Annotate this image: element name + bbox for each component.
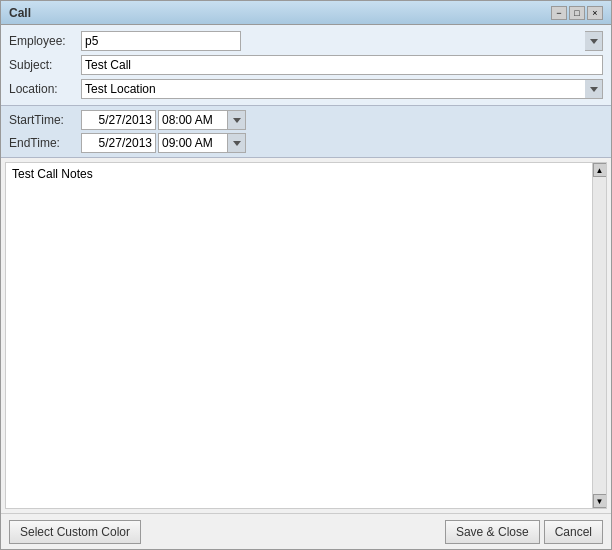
subject-row: Subject:	[9, 55, 603, 75]
cancel-button[interactable]: Cancel	[544, 520, 603, 544]
save-close-button[interactable]: Save & Close	[445, 520, 540, 544]
scroll-down-button[interactable]: ▼	[593, 494, 607, 508]
endtime-dropdown-arrow-icon	[233, 141, 241, 146]
starttime-label: StartTime:	[9, 113, 81, 127]
endtime-time-input[interactable]	[158, 133, 228, 153]
close-button[interactable]: ×	[587, 6, 603, 20]
starttime-row: StartTime:	[9, 110, 603, 130]
scroll-down-icon: ▼	[596, 497, 604, 506]
bottom-bar: Select Custom Color Save & Close Cancel	[1, 513, 611, 549]
notes-area: Test Call Notes ▲ ▼	[5, 162, 607, 509]
employee-select-wrapper	[81, 31, 603, 51]
location-input[interactable]	[81, 79, 603, 99]
subject-input[interactable]	[81, 55, 603, 75]
starttime-time-wrapper	[158, 110, 246, 130]
content-wrapper: Employee: Subject: Location:	[1, 25, 611, 549]
endtime-label: EndTime:	[9, 136, 81, 150]
endtime-date-input[interactable]	[81, 133, 156, 153]
employee-row: Employee:	[9, 31, 603, 51]
endtime-dropdown-button[interactable]	[228, 133, 246, 153]
location-select-wrapper	[81, 79, 603, 99]
starttime-date-input[interactable]	[81, 110, 156, 130]
starttime-time-input[interactable]	[158, 110, 228, 130]
starttime-dropdown-arrow-icon	[233, 118, 241, 123]
subject-label: Subject:	[9, 58, 81, 72]
starttime-dropdown-button[interactable]	[228, 110, 246, 130]
scroll-up-icon: ▲	[596, 166, 604, 175]
scroll-up-button[interactable]: ▲	[593, 163, 607, 177]
form-area: Employee: Subject: Location:	[1, 25, 611, 106]
employee-input[interactable]	[81, 31, 241, 51]
scroll-track	[593, 177, 606, 494]
location-row: Location:	[9, 79, 603, 99]
select-custom-color-button[interactable]: Select Custom Color	[9, 520, 141, 544]
title-bar-left: Call	[9, 6, 31, 20]
location-dropdown-button[interactable]	[585, 79, 603, 99]
employee-dropdown-button[interactable]	[585, 31, 603, 51]
location-dropdown-arrow-icon	[590, 87, 598, 92]
endtime-time-wrapper	[158, 133, 246, 153]
minimize-button[interactable]: −	[551, 6, 567, 20]
location-label: Location:	[9, 82, 81, 96]
bottom-right: Save & Close Cancel	[445, 520, 603, 544]
window-title: Call	[9, 6, 31, 20]
title-bar: Call − □ ×	[1, 1, 611, 25]
notes-textarea[interactable]: Test Call Notes	[6, 163, 592, 508]
datetime-section: StartTime: EndTime:	[1, 106, 611, 158]
bottom-left: Select Custom Color	[9, 520, 141, 544]
scrollbar: ▲ ▼	[592, 163, 606, 508]
call-window: Call − □ × Employee: Subject:	[0, 0, 612, 550]
employee-label: Employee:	[9, 34, 81, 48]
title-bar-controls: − □ ×	[551, 6, 603, 20]
endtime-row: EndTime:	[9, 133, 603, 153]
employee-dropdown-arrow-icon	[590, 39, 598, 44]
maximize-button[interactable]: □	[569, 6, 585, 20]
